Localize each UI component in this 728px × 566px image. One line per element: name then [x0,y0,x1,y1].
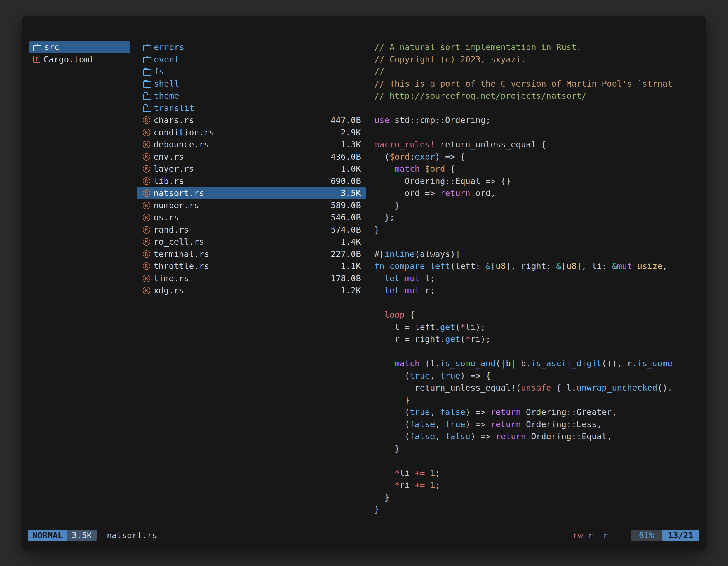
file-row[interactable]: natsort.rs3.5K [137,187,366,200]
file-row[interactable]: chars.rs447.0B [137,114,366,126]
entry-name: src [44,42,59,52]
entry-size: 1.4K [341,237,361,247]
entry-size: 178.0B [331,274,361,283]
entry-size: 1.0K [341,164,361,174]
entry-size: 690.0B [331,176,361,186]
file-row[interactable]: condition.rs2.9K [137,126,366,139]
file-row[interactable]: time.rs178.0B [137,273,366,285]
rust-file-icon [143,141,150,148]
toml-file-icon [33,56,40,63]
entry-name: chars.rs [154,115,194,125]
code-line [374,126,706,139]
code-line: use std::cmp::Ordering; [374,114,706,126]
rust-file-icon [143,275,150,282]
entry-name: fs [154,67,164,76]
file-row[interactable]: os.rs546.0B [137,212,366,224]
file-row[interactable]: rand.rs574.0B [137,224,366,236]
entry-size: 3.5K [341,188,361,198]
code-line: *li += 1; [374,467,706,479]
file-row[interactable]: terminal.rs227.0B [137,248,366,261]
entry-size: 1.3K [341,140,361,149]
dir-row[interactable]: src [29,41,130,53]
code-line: // A natural sort implementation in Rust… [374,41,706,53]
entry-size: 546.0B [331,213,361,222]
rust-file-icon [143,226,150,234]
file-size-badge: 3.5K [67,530,96,541]
entry-name: condition.rs [154,128,214,137]
folder-icon [143,80,151,88]
code-line: // http://sourcefrog.net/projects/natsor… [374,90,706,102]
current-directory-pane: errorseventfsshellthemetranslitchars.rs4… [137,41,366,297]
code-line: } [374,503,706,516]
file-row[interactable]: throttle.rs1.1K [137,260,366,273]
code-line: (false, false) => return Ordering::Equal… [374,430,706,443]
status-bar-right: -rw-r--r-- 61% 13/21 [568,530,699,541]
code-line: match (l.is_some_and(|b| b.is_ascii_digi… [374,357,706,370]
code-line: l = left.get(*li); [374,321,706,333]
file-row[interactable]: Cargo.toml [29,53,130,66]
code-line: } [374,394,706,406]
entry-name: debounce.rs [154,140,209,149]
code-line: ($ord:expr) => { [374,151,706,163]
rust-file-icon [143,214,150,221]
code-line: } [374,443,706,455]
entry-name: errors [154,42,184,52]
entry-size: 574.0B [331,225,361,235]
file-row[interactable]: layer.rs1.0K [137,163,366,175]
entry-size: 1.1K [341,261,361,271]
code-line: ord => return ord, [374,187,706,200]
rust-file-icon [143,238,150,246]
rust-file-icon [143,129,150,136]
entry-name: throttle.rs [154,261,209,271]
code-line: macro_rules! return_unless_equal { [374,139,706,151]
rust-file-icon [143,202,150,209]
entry-name: event [154,55,179,64]
entry-name: number.rs [154,201,199,210]
code-line: (true, false) => return Ordering::Greate… [374,406,706,418]
rust-file-icon [143,177,150,185]
dir-row[interactable]: theme [137,90,366,102]
scroll-percentage-badge: 61% [631,530,662,541]
file-preview-pane[interactable]: // A natural sort implementation in Rust… [374,41,706,516]
entry-name: translit [154,103,194,113]
folder-icon [143,55,151,63]
code-line: r = right.get(*ri); [374,333,706,345]
folder-icon [143,43,151,51]
entry-size: 589.0B [331,201,361,210]
code-line: // Copyright (c) 2023, sxyazi. [374,53,706,66]
code-line [374,236,706,248]
cursor-position-badge: 13/21 [662,530,699,541]
rust-file-icon [143,262,150,270]
status-filename: natsort.rs [107,530,158,540]
entry-size: 2.9K [341,128,361,137]
code-line: }; [374,212,706,224]
file-row[interactable]: ro_cell.rs1.4K [137,236,366,248]
file-row[interactable]: xdg.rs1.2K [137,284,366,297]
dir-row[interactable]: errors [137,41,366,53]
code-line: Ordering::Equal => {} [374,175,706,187]
file-row[interactable]: debounce.rs1.3K [137,139,366,151]
entry-name: terminal.rs [154,249,209,259]
code-line: // This is a port of the C version of Ma… [374,78,706,90]
entry-name: ro_cell.rs [154,237,204,247]
entry-name: natsort.rs [154,188,204,198]
entry-name: layer.rs [154,164,194,174]
code-line: // [374,65,706,78]
rust-file-icon [143,286,150,294]
code-line: } [374,200,706,212]
dir-row[interactable]: event [137,53,366,66]
entry-size: 436.0B [331,152,361,162]
code-line [374,297,706,309]
code-line: *ri += 1; [374,479,706,491]
code-line: match $ord { [374,163,706,175]
parent-directory-pane: srcCargo.toml [29,41,130,65]
rust-file-icon [143,189,150,197]
dir-row[interactable]: shell [137,78,366,90]
status-bar: NORMAL 3.5K natsort.rs -rw-r--r-- 61% 13… [28,530,699,541]
dir-row[interactable]: translit [137,102,366,114]
file-row[interactable]: number.rs589.0B [137,200,366,212]
file-row[interactable]: env.rs436.0B [137,151,366,163]
code-line: (true, true) => { [374,370,706,382]
dir-row[interactable]: fs [137,65,366,78]
file-row[interactable]: lib.rs690.0B [137,175,366,187]
